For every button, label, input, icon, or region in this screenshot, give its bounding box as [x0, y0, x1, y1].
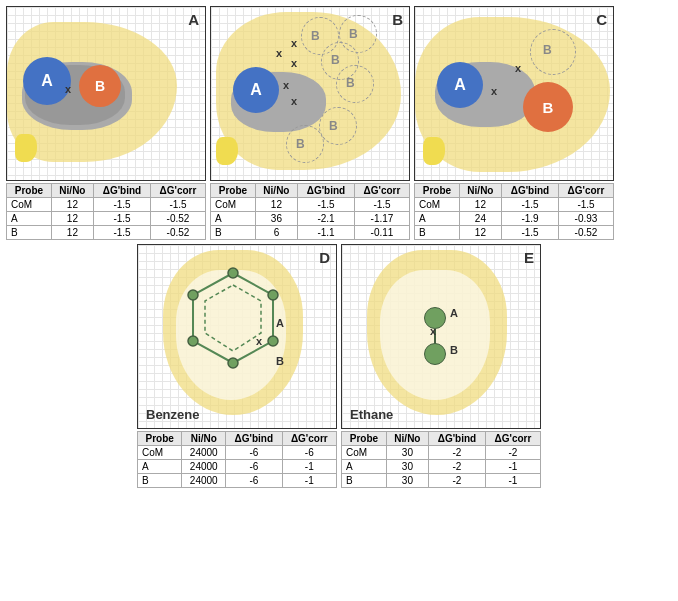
- table-cell: -1.5: [94, 198, 151, 212]
- table-cell: A: [138, 460, 182, 474]
- yellow-accent-c: [423, 137, 445, 165]
- circle-b: B: [79, 65, 121, 107]
- ghost-label-b6: B: [296, 137, 305, 151]
- table-cell: -1.9: [502, 212, 559, 226]
- table-cell: -1: [282, 474, 336, 488]
- yellow-accent-a: [15, 134, 37, 162]
- table-c: Probe Ni/No ΔG'bind ΔG'corr CoM12-1.5-1.…: [414, 183, 614, 240]
- table-a-header-dgcorr: ΔG'corr: [150, 184, 205, 198]
- panel-e-group: A B x Ethane E Probe Ni/No ΔG'bind ΔG'co…: [341, 244, 541, 488]
- table-cell: 24: [459, 212, 501, 226]
- table-row: A24000-6-1: [138, 460, 337, 474]
- circle-b-c: B: [523, 82, 573, 132]
- bottom-row: A B x Benzene D Probe Ni/No ΔG'bind ΔG'c…: [6, 244, 672, 488]
- ghost-label-b1: B: [311, 29, 320, 43]
- table-c-container: Probe Ni/No ΔG'bind ΔG'corr CoM12-1.5-1.…: [414, 183, 614, 240]
- table-cell: B: [138, 474, 182, 488]
- table-cell: -6: [226, 446, 282, 460]
- table-cell: -1.17: [354, 212, 409, 226]
- diagram-d: A B x Benzene D: [137, 244, 337, 429]
- benzene-molecule-label: Benzene: [146, 407, 199, 422]
- diagram-b: B B B B B B A x x x x x B: [210, 6, 410, 181]
- table-e: Probe Ni/No ΔG'bind ΔG'corr CoM30-2-2A30…: [341, 431, 541, 488]
- diagram-e: A B x Ethane E: [341, 244, 541, 429]
- x-marker-b3: x: [276, 47, 282, 59]
- table-row: B24000-6-1: [138, 474, 337, 488]
- yellow-accent-b: [216, 137, 238, 165]
- ghost-b4: [336, 65, 374, 103]
- table-cell: 12: [459, 226, 501, 240]
- panel-c-group: A B B x x C Probe Ni/No: [414, 6, 614, 240]
- ethane-a-label: A: [450, 307, 458, 319]
- table-d-header-probe: Probe: [138, 432, 182, 446]
- table-cell: -2.1: [298, 212, 355, 226]
- table-cell: 36: [255, 212, 297, 226]
- main-container: A B x A Probe Ni/No ΔG'bind: [0, 0, 678, 601]
- table-c-header-ni: Ni/No: [459, 184, 501, 198]
- panel-b-group: B B B B B B A x x x x x B: [210, 6, 410, 240]
- table-cell: -0.52: [150, 212, 205, 226]
- table-cell: CoM: [7, 198, 52, 212]
- table-d-container: Probe Ni/No ΔG'bind ΔG'corr CoM24000-6-6…: [137, 431, 337, 488]
- table-c-header-probe: Probe: [415, 184, 460, 198]
- benzene-x-label: x: [256, 335, 262, 347]
- table-row: B30-2-1: [342, 474, 541, 488]
- table-row: B12-1.5-0.52: [415, 226, 614, 240]
- table-cell: 12: [51, 212, 93, 226]
- table-cell: -1.5: [558, 198, 613, 212]
- table-b-header-ni: Ni/No: [255, 184, 297, 198]
- table-cell: -2: [485, 446, 540, 460]
- svg-point-3: [268, 290, 278, 300]
- svg-point-2: [228, 268, 238, 278]
- table-a-header-dg: ΔG'bind: [94, 184, 151, 198]
- table-row: CoM12-1.5-1.5: [7, 198, 206, 212]
- table-d-header-dgcorr: ΔG'corr: [282, 432, 336, 446]
- table-e-header-dgcorr: ΔG'corr: [485, 432, 540, 446]
- table-a: Probe Ni/No ΔG'bind ΔG'corr CoM12-1.5-1.…: [6, 183, 206, 240]
- ghost-c1: [530, 29, 576, 75]
- table-b-header-dg: ΔG'bind: [298, 184, 355, 198]
- table-cell: 6: [255, 226, 297, 240]
- table-cell: A: [211, 212, 256, 226]
- table-cell: 24000: [182, 446, 226, 460]
- panel-d-group: A B x Benzene D Probe Ni/No ΔG'bind ΔG'c…: [137, 244, 337, 488]
- table-b-container: Probe Ni/No ΔG'bind ΔG'corr CoM12-1.5-1.…: [210, 183, 410, 240]
- ethane-circle-b: [424, 343, 446, 365]
- svg-point-4: [268, 336, 278, 346]
- table-c-header-dg: ΔG'bind: [502, 184, 559, 198]
- table-cell: -2: [429, 446, 486, 460]
- table-cell: -1.5: [502, 226, 559, 240]
- table-cell: 24000: [182, 474, 226, 488]
- table-row: B12-1.5-0.52: [7, 226, 206, 240]
- table-cell: -1: [485, 460, 540, 474]
- table-cell: 12: [51, 226, 93, 240]
- table-b-header-probe: Probe: [211, 184, 256, 198]
- table-cell: 30: [386, 474, 428, 488]
- table-row: CoM12-1.5-1.5: [211, 198, 410, 212]
- table-cell: -1.5: [354, 198, 409, 212]
- panel-a-group: A B x A Probe Ni/No ΔG'bind: [6, 6, 206, 240]
- table-cell: CoM: [211, 198, 256, 212]
- ghost-label-b3: B: [331, 53, 340, 67]
- x-marker-b4: x: [291, 37, 297, 49]
- svg-point-5: [228, 358, 238, 368]
- table-cell: -0.52: [150, 226, 205, 240]
- table-cell: 24000: [182, 460, 226, 474]
- table-cell: -6: [226, 474, 282, 488]
- ghost-b6: [286, 125, 324, 163]
- svg-point-7: [188, 290, 198, 300]
- svg-point-6: [188, 336, 198, 346]
- table-cell: CoM: [415, 198, 460, 212]
- table-cell: -2: [429, 460, 486, 474]
- table-row: CoM12-1.5-1.5: [415, 198, 614, 212]
- table-a-container: Probe Ni/No ΔG'bind ΔG'corr CoM12-1.5-1.…: [6, 183, 206, 240]
- table-cell: -1.5: [150, 198, 205, 212]
- table-row: A30-2-1: [342, 460, 541, 474]
- table-d: Probe Ni/No ΔG'bind ΔG'corr CoM24000-6-6…: [137, 431, 337, 488]
- x-marker-c2: x: [515, 62, 521, 74]
- table-cell: B: [342, 474, 387, 488]
- x-marker-b5: x: [291, 95, 297, 107]
- table-cell: B: [7, 226, 52, 240]
- panel-label-a: A: [188, 11, 199, 28]
- table-a-header-probe: Probe: [7, 184, 52, 198]
